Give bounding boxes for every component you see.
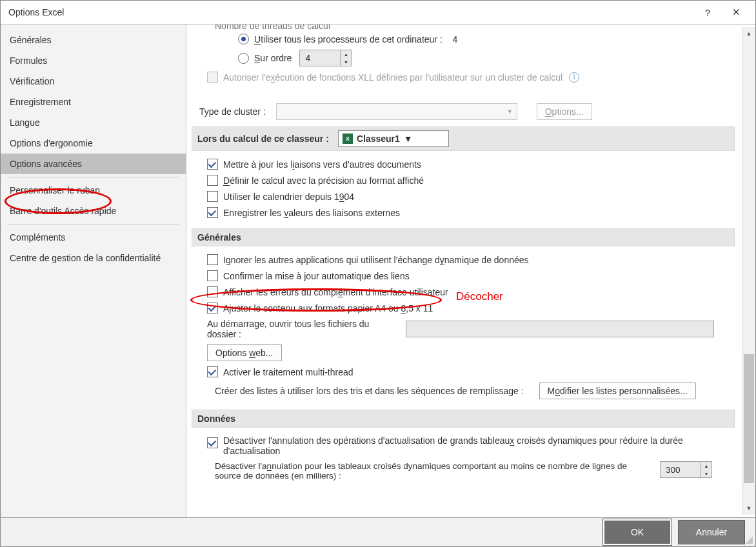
- spinner-down-icon: ▼: [701, 470, 711, 477]
- sidebar-item-label: Options d'ergonomie: [10, 138, 93, 148]
- checkbox-icon: [207, 207, 218, 218]
- sidebar-item-label: Formules: [10, 55, 47, 66]
- sidebar-item-trust-center[interactable]: Centre de gestion de la confidentialité: [1, 248, 186, 268]
- spinner-down-icon: ▼: [341, 58, 351, 66]
- ok-button[interactable]: OK: [603, 519, 671, 545]
- sidebar-item-general[interactable]: Générales: [1, 30, 186, 50]
- spinner-up-icon: ▲: [341, 50, 351, 58]
- checkbox-row-multithread[interactable]: Activer le traitement multi-thread: [207, 364, 740, 380]
- data-undo-threshold-row: Désactiver l'annulation pour les tableau…: [215, 459, 714, 483]
- scroll-thumb[interactable]: [744, 354, 754, 483]
- radio-label: Sur ordre: [254, 53, 292, 63]
- radio-icon: [238, 53, 249, 64]
- radio-icon: [238, 34, 249, 45]
- startup-folder-label: Au démarrage, ouvrir tous les fichiers d…: [207, 319, 401, 339]
- checkbox-row-scale-a4[interactable]: Ajuster le contenu aux formats papier A4…: [207, 300, 740, 316]
- checkbox-row-disable-undo-pivot[interactable]: Désactiver l'annulation des opérations d…: [207, 433, 740, 459]
- sidebar: Générales Formules Vérification Enregist…: [1, 25, 186, 517]
- help-button[interactable]: ?: [693, 3, 722, 22]
- spinner-value: 300: [661, 462, 701, 477]
- window-title: Options Excel: [8, 7, 64, 17]
- checkbox-icon: [207, 303, 218, 313]
- checkbox-icon: [207, 286, 218, 297]
- sidebar-item-label: Générales: [10, 35, 52, 45]
- workbook-name: Classeur1: [357, 134, 400, 144]
- custom-lists-label: Créer des listes à utiliser lors des tri…: [215, 386, 524, 396]
- close-button[interactable]: ✕: [722, 3, 750, 22]
- cluster-options-button: Options...: [537, 103, 592, 120]
- web-options-button[interactable]: Options web...: [207, 344, 282, 361]
- group-header-workbook-calc: Lors du calcul de ce classeur : X Classe…: [192, 126, 735, 151]
- info-icon: i: [569, 72, 579, 83]
- excel-icon: X: [343, 134, 353, 144]
- checkbox-row-ignore-dde[interactable]: Ignorer les autres applications qui util…: [207, 252, 740, 268]
- sidebar-item-customize-ribbon[interactable]: Personnaliser le ruban: [1, 180, 186, 201]
- checkbox-label: Autoriser l'exécution de fonctions XLL d…: [223, 72, 562, 83]
- radio-label: Utiliser tous les processeurs de cet ord…: [254, 34, 457, 45]
- cut-heading: Nombre de threads de calcul: [215, 25, 740, 31]
- spinner-value: 4: [300, 50, 340, 66]
- checkbox-row-precision[interactable]: Définir le calcul avec la précision au f…: [207, 172, 740, 188]
- custom-lists-button[interactable]: Modifier les listes personnalisées...: [539, 383, 696, 399]
- sidebar-item-label: Options avancées: [10, 159, 82, 169]
- web-options-row: Options web...: [207, 342, 740, 364]
- sidebar-item-label: Centre de gestion de la confidentialité: [10, 253, 161, 263]
- checkbox-label: Ignorer les autres applications qui util…: [223, 255, 529, 265]
- sidebar-item-addins[interactable]: Compléments: [1, 227, 186, 248]
- checkbox-row-addin-errors[interactable]: Afficher les erreurs du complément d'int…: [207, 284, 740, 300]
- sidebar-item-label: Barre d'outils Accès rapide: [10, 206, 116, 216]
- sidebar-item-label: Personnaliser le ruban: [10, 185, 100, 195]
- scroll-down-icon: ▼: [742, 502, 755, 515]
- sidebar-item-formulas[interactable]: Formules: [1, 50, 186, 71]
- sidebar-item-advanced[interactable]: Options avancées: [1, 154, 186, 174]
- sidebar-item-label: Enregistrement: [10, 97, 71, 107]
- checkbox-label: Confirmer la mise à jour automatique des…: [223, 271, 410, 281]
- scroll-track: [742, 40, 755, 502]
- checkbox-label: Ajuster le contenu aux formats papier A4…: [223, 303, 433, 313]
- checkbox-row-1904[interactable]: Utiliser le calendrier depuis 1904: [207, 188, 740, 204]
- sidebar-item-proofing[interactable]: Vérification: [1, 71, 186, 92]
- chevron-down-icon: ▼: [404, 134, 413, 144]
- checkbox-label: Afficher les erreurs du complément d'int…: [223, 287, 448, 297]
- workbook-dropdown[interactable]: X Classeur1 ▼: [338, 130, 449, 147]
- sidebar-item-language[interactable]: Langue: [1, 112, 186, 133]
- group-title: Générales: [197, 232, 241, 243]
- group-title: Données: [197, 413, 235, 424]
- checkbox-icon: [207, 254, 218, 265]
- checkbox-row-update-links[interactable]: Mettre à jour les liaisons vers d'autres…: [207, 156, 740, 172]
- cluster-type-dropdown: ▼: [276, 103, 517, 120]
- checkbox-row-save-link-values[interactable]: Enregistrer les valeurs des liaisons ext…: [207, 204, 740, 221]
- checkbox-icon: [207, 437, 218, 448]
- checkbox-label: Désactiver l'annulation des opérations d…: [223, 435, 701, 456]
- titlebar: Options Excel ? ✕: [1, 1, 755, 25]
- checkbox-label: Mettre à jour les liaisons vers d'autres…: [223, 159, 421, 170]
- checkbox-row-confirm-update-links[interactable]: Confirmer la mise à jour automatique des…: [207, 268, 740, 284]
- radio-row-on-order[interactable]: Sur ordre 4 ▲ ▼: [238, 47, 740, 69]
- group-header-data: Données: [192, 410, 735, 428]
- radio-row-use-all[interactable]: Utiliser tous les processeurs de cet ord…: [238, 31, 740, 47]
- sidebar-item-access[interactable]: Options d'ergonomie: [1, 133, 186, 154]
- resize-grip-icon[interactable]: [745, 536, 753, 544]
- checkbox-icon: [207, 175, 218, 186]
- checkbox-label: Utiliser le calendrier depuis 1904: [223, 192, 354, 202]
- startup-folder-row: Au démarrage, ouvrir tous les fichiers d…: [207, 316, 740, 342]
- startup-folder-input[interactable]: [406, 321, 714, 337]
- main-panel: Nombre de threads de calcul Utiliser tou…: [186, 25, 755, 517]
- vertical-scrollbar[interactable]: ▲ ▼: [742, 27, 755, 515]
- sidebar-item-qat[interactable]: Barre d'outils Accès rapide: [1, 201, 186, 221]
- group-title: Lors du calcul de ce classeur :: [197, 134, 329, 144]
- group-header-general: Générales: [192, 228, 735, 246]
- data-threshold-spinner[interactable]: 300 ▲ ▼: [660, 461, 712, 478]
- cancel-button[interactable]: Annuler: [678, 520, 745, 544]
- checkbox-icon: [207, 366, 218, 377]
- checkbox-icon: [207, 72, 218, 83]
- scroll-up-icon: ▲: [742, 27, 755, 40]
- checkbox-icon: [207, 191, 218, 202]
- dialog-footer: OK Annuler: [1, 518, 755, 546]
- threads-spinner[interactable]: 4 ▲ ▼: [299, 50, 352, 66]
- sidebar-item-label: Compléments: [10, 232, 65, 243]
- checkbox-label: Activer le traitement multi-thread: [223, 367, 353, 377]
- sidebar-item-save[interactable]: Enregistrement: [1, 92, 186, 112]
- checkbox-icon: [207, 270, 218, 281]
- sidebar-item-label: Langue: [10, 117, 40, 128]
